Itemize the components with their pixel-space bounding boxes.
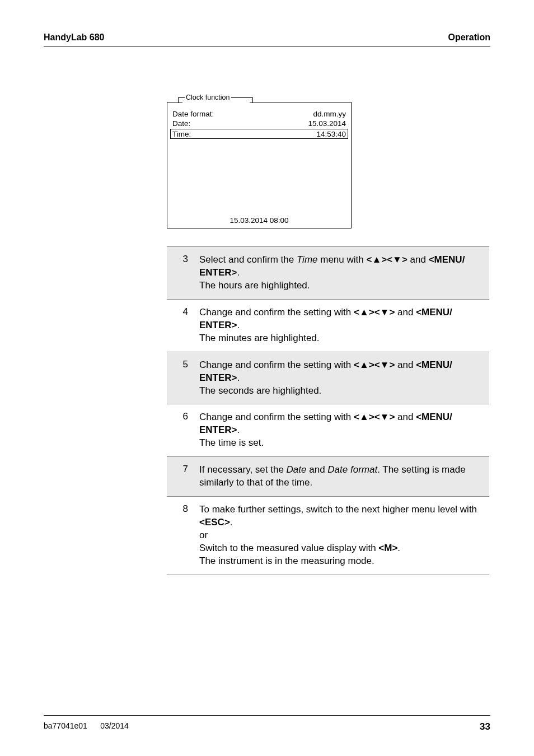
step-number: 5	[167, 352, 193, 404]
diagram-tab-label: Clock function	[185, 94, 231, 101]
header-rule	[44, 46, 490, 46]
step-number: 6	[167, 404, 193, 456]
step-body: To make further settings, switch to the …	[193, 497, 489, 575]
step-row: 7If necessary, set the Date and Date for…	[167, 457, 489, 497]
diagram-row-label: Date:	[172, 119, 190, 128]
step-row: 3Select and confirm the Time menu with <…	[167, 247, 489, 300]
footer-rule	[44, 715, 490, 716]
diagram-row-label: Date format:	[172, 110, 214, 118]
step-row: 6Change and confirm the setting with <▲>…	[167, 404, 489, 457]
diagram-row-value: dd.mm.yy	[313, 110, 346, 118]
step-body: Change and confirm the setting with <▲><…	[193, 404, 489, 456]
diagram-row-time: Time: 14:53:40	[172, 130, 346, 138]
step-row: 5Change and confirm the setting with <▲>…	[167, 352, 489, 405]
steps-table: 3Select and confirm the Time menu with <…	[167, 246, 489, 575]
footer-date: 03/2014	[100, 721, 129, 730]
footer-doc-id: ba77041e01	[44, 721, 87, 730]
clock-function-diagram: Clock function Date format: dd.mm.yy Dat…	[167, 94, 352, 231]
footer-left: ba77041e01 03/2014	[44, 721, 129, 732]
diagram-row-value: 14:53:40	[316, 130, 346, 138]
step-number: 3	[167, 247, 193, 299]
page-footer: ba77041e01 03/2014 33	[0, 715, 534, 732]
diagram-footer-timestamp: 15.03.2014 08:00	[167, 216, 352, 225]
step-body: Change and confirm the setting with <▲><…	[193, 300, 489, 352]
step-number: 8	[167, 497, 193, 575]
step-row: 4Change and confirm the setting with <▲>…	[167, 300, 489, 352]
diagram-row-date-format: Date format: dd.mm.yy	[172, 110, 346, 118]
footer-page-number: 33	[480, 721, 490, 732]
header-left: HandyLab 680	[44, 32, 104, 43]
page-header: HandyLab 680 Operation	[0, 32, 534, 46]
diagram-row-date: Date: 15.03.2014	[172, 119, 346, 128]
diagram-row-label: Time:	[172, 130, 191, 138]
step-number: 4	[167, 300, 193, 352]
step-body: Change and confirm the setting with <▲><…	[193, 352, 489, 404]
step-body: If necessary, set the Date and Date form…	[193, 457, 489, 496]
step-row: 8To make further settings, switch to the…	[167, 497, 489, 575]
header-right: Operation	[448, 32, 490, 43]
step-body: Select and confirm the Time menu with <▲…	[193, 247, 489, 299]
diagram-row-value: 15.03.2014	[308, 119, 346, 128]
step-number: 7	[167, 457, 193, 496]
